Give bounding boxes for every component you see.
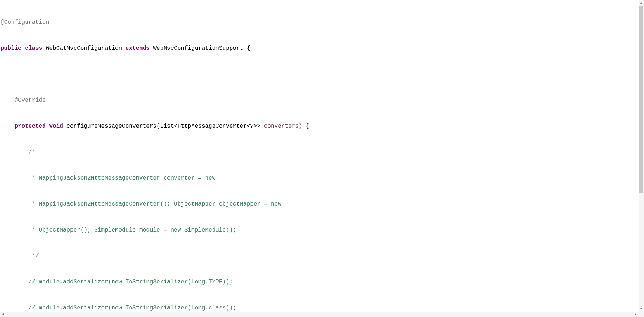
code-line: */ <box>1 252 639 260</box>
code-line: // module.addSerializer(new ToStringSeri… <box>1 304 639 312</box>
code-line: * ObjectMapper(); SimpleModule module = … <box>1 226 639 234</box>
vertical-scrollbar[interactable]: ▲ ▼ <box>639 0 644 312</box>
code-line: /* <box>1 148 639 157</box>
code-editor[interactable]: @Configuration public class WebCatMvcCon… <box>0 0 639 312</box>
annotation: @Configuration <box>1 19 49 26</box>
scrollbar-corner <box>639 312 644 317</box>
scroll-left-icon[interactable]: ◀ <box>0 312 5 317</box>
scrollbar-thumb[interactable] <box>639 6 643 193</box>
code-line: @Override <box>1 96 639 105</box>
code-line: protected void configureMessageConverter… <box>1 122 639 131</box>
editor-container: @Configuration public class WebCatMvcCon… <box>0 0 644 317</box>
scroll-right-icon[interactable]: ▶ <box>633 312 639 317</box>
code-line <box>1 70 639 79</box>
horizontal-scrollbar[interactable]: ◀ ▶ <box>0 312 639 317</box>
code-line: * MappingJackson2HttpMessageConverter();… <box>1 200 639 208</box>
code-line: public class WebCatMvcConfiguration exte… <box>1 44 639 53</box>
scroll-up-icon[interactable]: ▲ <box>639 0 644 5</box>
scroll-down-icon[interactable]: ▼ <box>639 306 644 312</box>
code-line: * MappingJackson2HttpMessageConverter co… <box>1 174 639 182</box>
code-line: @Configuration <box>1 18 639 27</box>
code-line: // module.addSerializer(new ToStringSeri… <box>1 278 639 286</box>
